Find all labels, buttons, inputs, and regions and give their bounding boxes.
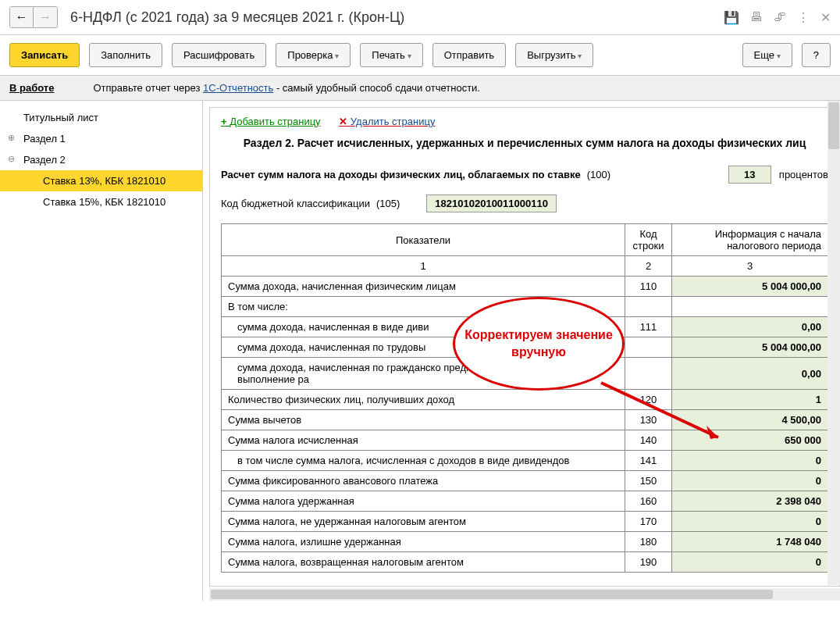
tree-rate13[interactable]: Ставка 13%, КБК 1821010 bbox=[0, 170, 202, 191]
row-value[interactable]: 0 bbox=[672, 471, 828, 491]
row-code: 160 bbox=[625, 491, 672, 512]
tree-section2[interactable]: Раздел 2 bbox=[0, 149, 202, 170]
row-name: Сумма налога, излишне удержанная bbox=[222, 532, 625, 552]
row-code bbox=[625, 297, 672, 317]
row-name: Сумма налога исчисленная bbox=[222, 430, 625, 451]
col-header-val: Информация с начала налогового периода bbox=[672, 224, 828, 256]
row-code: 111 bbox=[625, 317, 672, 337]
rate-input[interactable]: 13 bbox=[728, 166, 771, 184]
kbk-label: Код бюджетной классификации bbox=[221, 198, 370, 209]
fill-button[interactable]: Заполнить bbox=[89, 43, 162, 67]
tree-section1[interactable]: Раздел 1 bbox=[0, 128, 202, 149]
row-value[interactable] bbox=[672, 297, 828, 317]
table-row: Сумма дохода, начисленная физическим лиц… bbox=[222, 277, 828, 297]
row-value[interactable]: 5 004 000,00 bbox=[672, 277, 828, 297]
save-icon[interactable]: 💾 bbox=[724, 10, 739, 25]
send-button[interactable]: Отправить bbox=[432, 43, 506, 67]
row-name: Сумма вычетов bbox=[222, 410, 625, 430]
row-value[interactable]: 0,00 bbox=[672, 317, 828, 337]
row-name: Количество физических лиц, получивших до… bbox=[222, 390, 625, 410]
row-name: Сумма налога, возвращенная налоговым аге… bbox=[222, 552, 625, 573]
vertical-scrollbar[interactable] bbox=[828, 101, 840, 585]
info-text: Отправьте отчет через 1С-Отчетность - са… bbox=[93, 82, 480, 94]
nav-back-button[interactable]: ← bbox=[10, 7, 34, 27]
row-name: Сумма дохода, начисленная физическим лиц… bbox=[222, 277, 625, 297]
table-row: Сумма налога, излишне удержанная1801 748… bbox=[222, 532, 828, 552]
row-code: 110 bbox=[625, 277, 672, 297]
delete-page-link[interactable]: Удалить страницу bbox=[339, 116, 435, 127]
add-page-link[interactable]: Добавить страницу bbox=[221, 116, 321, 127]
export-button[interactable]: Выгрузить bbox=[515, 43, 593, 67]
row-value[interactable]: 2 398 040 bbox=[672, 491, 828, 512]
col-header-name: Показатели bbox=[222, 224, 625, 256]
close-icon[interactable]: ✕ bbox=[820, 10, 831, 25]
decrypt-button[interactable]: Расшифровать bbox=[172, 43, 266, 67]
status-label[interactable]: В работе bbox=[9, 82, 54, 94]
calc-label: Расчет сумм налога на доходы физических … bbox=[221, 169, 581, 180]
help-button[interactable]: ? bbox=[802, 43, 831, 67]
row-code: 190 bbox=[625, 552, 672, 573]
navigation-tree: Титульный лист Раздел 1 Раздел 2 Ставка … bbox=[0, 101, 203, 601]
table-row: Сумма фиксированного авансового платежа1… bbox=[222, 471, 828, 491]
tree-title-page[interactable]: Титульный лист bbox=[0, 107, 202, 128]
table-row: Сумма налога, возвращенная налоговым аге… bbox=[222, 552, 828, 573]
row-code: 150 bbox=[625, 471, 672, 491]
row-code: 170 bbox=[625, 512, 672, 532]
tree-rate15[interactable]: Ставка 15%, КБК 1821010 bbox=[0, 191, 202, 212]
row-value[interactable]: 0 bbox=[672, 552, 828, 573]
row-name: Сумма фиксированного авансового платежа bbox=[222, 471, 625, 491]
row-code: 180 bbox=[625, 532, 672, 552]
table-row: Сумма налога удержанная1602 398 040 bbox=[222, 491, 828, 512]
horizontal-scrollbar[interactable] bbox=[209, 588, 840, 601]
annotation-callout: Корректируем значение вручную bbox=[453, 297, 625, 391]
check-button[interactable]: Проверка bbox=[276, 43, 351, 67]
row-value[interactable]: 1 748 040 bbox=[672, 532, 828, 552]
row-name: Сумма налога удержанная bbox=[222, 491, 625, 512]
print-button[interactable]: Печать bbox=[360, 43, 422, 67]
report-link[interactable]: 1С-Отчетность bbox=[203, 82, 273, 94]
nav-forward-button[interactable]: → bbox=[34, 7, 57, 27]
col-header-code: Код строки bbox=[625, 224, 672, 256]
page-title: 6-НДФЛ (с 2021 года) за 9 месяцев 2021 г… bbox=[70, 9, 724, 26]
table-row: Сумма налога, не удержанная налоговым аг… bbox=[222, 512, 828, 532]
row-name: в том числе сумма налога, исчисленная с … bbox=[222, 451, 625, 471]
more-icon[interactable]: ⋮ bbox=[797, 10, 810, 25]
kbk-input[interactable]: 18210102010011000110 bbox=[426, 195, 557, 212]
row-code bbox=[625, 337, 672, 358]
row-value[interactable]: 5 004 000,00 bbox=[672, 337, 828, 358]
save-button[interactable]: Записать bbox=[9, 43, 80, 67]
row-name: Сумма налога, не удержанная налоговым аг… bbox=[222, 512, 625, 532]
link-icon[interactable]: 🖇 bbox=[774, 10, 786, 25]
row-value[interactable]: 0 bbox=[672, 512, 828, 532]
more-button[interactable]: Еще bbox=[742, 43, 792, 67]
print-icon[interactable]: 🖶 bbox=[750, 10, 763, 25]
section-title: Раздел 2. Расчет исчисленных, удержанных… bbox=[221, 135, 828, 152]
